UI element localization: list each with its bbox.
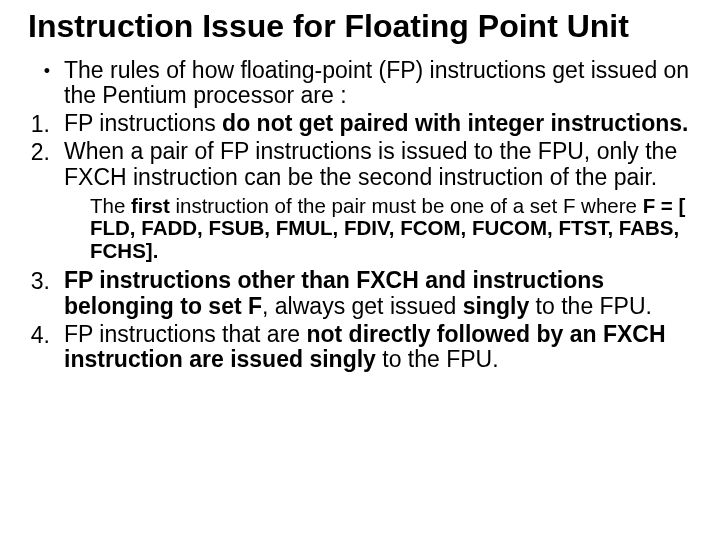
sub-b: first — [131, 194, 170, 217]
r3-b: , always get issued — [262, 293, 463, 319]
rule-4: 4. FP instructions that are not directly… — [28, 322, 692, 374]
slide: Instruction Issue for Floating Point Uni… — [0, 0, 720, 540]
bullet-icon: • — [28, 58, 64, 84]
num-marker: 4. — [28, 322, 64, 348]
num-marker: 2. — [28, 139, 64, 165]
intro-text: The rules of how floating-point (FP) ins… — [64, 58, 692, 110]
r4-c: to the FPU. — [382, 346, 498, 372]
r1-bold: do not get paired with integer instructi… — [222, 110, 688, 136]
rule-3-text: FP instructions other than FXCH and inst… — [64, 268, 692, 320]
rule-1: 1. FP instructions do not get paired wit… — [28, 111, 692, 137]
sub-a: The — [90, 194, 131, 217]
r3-c: singly — [463, 293, 529, 319]
rule-3: 3. FP instructions other than FXCH and i… — [28, 268, 692, 320]
rule-2-sub: The first instruction of the pair must b… — [90, 195, 692, 263]
intro-bullet: • The rules of how floating-point (FP) i… — [28, 58, 692, 110]
slide-body: • The rules of how floating-point (FP) i… — [28, 58, 692, 374]
r4-a: FP instructions that are — [64, 321, 306, 347]
rule-2: 2. When a pair of FP instructions is iss… — [28, 139, 692, 191]
slide-title: Instruction Issue for Floating Point Uni… — [28, 10, 692, 44]
rule-2-text: When a pair of FP instructions is issued… — [64, 139, 692, 191]
r1-plain: FP instructions — [64, 110, 222, 136]
num-marker: 1. — [28, 111, 64, 137]
r3-d: to the FPU. — [529, 293, 652, 319]
num-marker: 3. — [28, 268, 64, 294]
rule-1-text: FP instructions do not get paired with i… — [64, 111, 692, 137]
rule-4-text: FP instructions that are not directly fo… — [64, 322, 692, 374]
sub-c: instruction of the pair must be one of a… — [170, 194, 643, 217]
